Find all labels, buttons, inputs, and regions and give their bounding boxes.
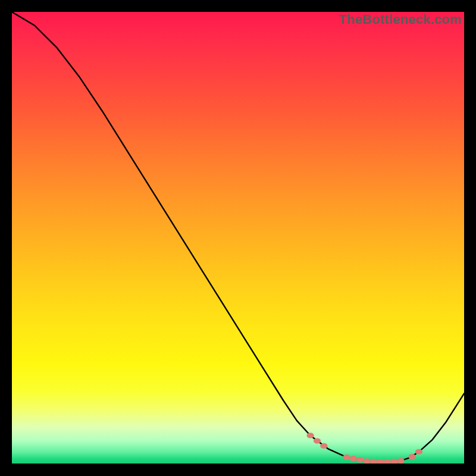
chart-frame: TheBottleneck.com bbox=[12, 12, 464, 464]
highlight-marker bbox=[350, 456, 357, 461]
highlight-marker bbox=[415, 449, 422, 455]
highlight-marker bbox=[397, 458, 404, 464]
highlight-marker bbox=[384, 459, 391, 464]
highlight-marker bbox=[370, 459, 377, 464]
highlight-marker bbox=[343, 455, 350, 460]
highlight-marker bbox=[377, 459, 384, 464]
highlight-marker bbox=[408, 454, 415, 459]
bottleneck-curve-path bbox=[12, 12, 464, 462]
highlight-marker bbox=[390, 459, 397, 464]
highlight-marker bbox=[356, 457, 364, 462]
bottleneck-curve-svg bbox=[12, 12, 464, 464]
highlight-marker bbox=[320, 443, 327, 449]
highlight-marker bbox=[314, 438, 321, 443]
highlight-marker bbox=[306, 433, 314, 438]
highlight-marker bbox=[363, 458, 370, 464]
